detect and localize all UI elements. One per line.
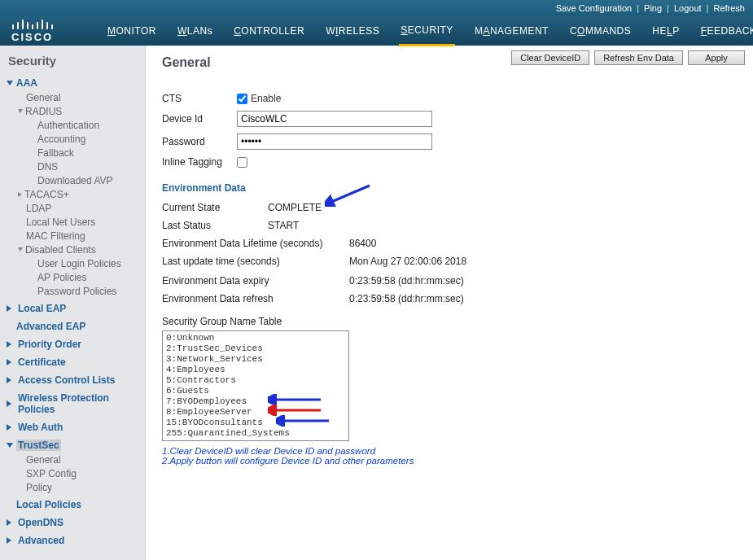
sidebar: Security AAA General RADIUS Authenticati… [0, 46, 146, 560]
sidebar-aaa-general[interactable]: General [26, 90, 145, 104]
sidebar-prio[interactable]: Priority Order [7, 337, 145, 352]
refresh-env-button[interactable]: Refresh Env Data [594, 50, 683, 65]
sidebar-aaa-tacacs[interactable]: TACACS+ [18, 187, 145, 201]
nav-security[interactable]: SECURITY [399, 16, 455, 46]
sidebar-wpp[interactable]: Wireless Protection Policies [7, 391, 145, 417]
sidebar-title: Security [8, 54, 145, 68]
nav-commands[interactable]: COMMANDS [568, 17, 633, 45]
inline-tag-checkbox[interactable] [237, 157, 247, 168]
svg-text:CISCO: CISCO [11, 31, 53, 43]
sidebar-radius-acct[interactable]: Accounting [37, 132, 145, 146]
env-expiry-value: 0:23:59:58 (dd:hr:mm:sec) [349, 275, 464, 287]
sidebar-aaa-ldap[interactable]: LDAP [26, 201, 145, 215]
last-status-value: START [268, 220, 299, 231]
sgt-label: Security Group Name Table [162, 316, 745, 327]
footnotes: 1.Clear DeviceID will clear Device ID an… [162, 446, 745, 466]
nav-monitor[interactable]: MONITOR [106, 17, 158, 45]
sidebar-aaa-disabled[interactable]: Disabled Clients [18, 243, 145, 256]
sidebar-opendns[interactable]: OpenDNS [7, 515, 145, 530]
nav-help[interactable]: HELP [650, 17, 681, 45]
last-status-label: Last Status [162, 220, 268, 231]
cts-enable-text: Enable [251, 93, 281, 104]
sidebar-trustsec-sxp[interactable]: SXP Config [26, 466, 145, 480]
main-navbar: CISCO MONITOR WLANs CONTROLLER WIRELESS … [0, 16, 753, 46]
footnote-2: 2.Apply button will configure Device ID … [162, 456, 745, 466]
sidebar-advanced[interactable]: Advanced [7, 533, 145, 548]
current-state-value: COMPLETE [268, 202, 322, 213]
sidebar-disabled-ap[interactable]: AP Policies [37, 270, 145, 284]
sidebar-aaa-lnu[interactable]: Local Net Users [26, 215, 145, 229]
nav-wlans[interactable]: WLANs [176, 17, 214, 45]
current-state-label: Current State [162, 202, 268, 213]
sidebar-aaa[interactable]: AAA [7, 76, 145, 90]
env-refresh-value: 0:23:59:58 (dd:hr:mm:sec) [349, 293, 464, 304]
ping-link[interactable]: Ping [644, 3, 662, 13]
sgt-listbox[interactable]: 0:Unknown 2:TrustSec_Devices 3:Network_S… [162, 330, 349, 441]
env-expiry-label: Environment Data expiry [162, 275, 349, 287]
sidebar-radius-auth[interactable]: Authentication [37, 118, 145, 132]
sidebar-cert[interactable]: Certificate [7, 355, 145, 370]
env-lifetime-value: 86400 [349, 238, 376, 249]
last-update-label: Last update time (seconds) [162, 256, 349, 267]
sidebar-adveap[interactable]: Advanced EAP [7, 319, 145, 334]
cisco-logo: CISCO [8, 18, 73, 44]
sidebar-acl[interactable]: Access Control Lists [7, 373, 145, 387]
sidebar-webauth[interactable]: Web Auth [7, 420, 145, 435]
last-update-value: Mon Aug 27 02:00:06 2018 [349, 256, 466, 267]
clear-deviceid-button[interactable]: Clear DeviceID [511, 50, 589, 65]
logout-link[interactable]: Logout [674, 3, 702, 13]
env-refresh-label: Environment Data refresh [162, 293, 349, 304]
sidebar-radius-davp[interactable]: Downloaded AVP [37, 173, 145, 187]
nav-controller[interactable]: CONTROLLER [232, 17, 306, 45]
nav-feedback[interactable]: FEEDBACK [699, 17, 753, 45]
deviceid-input[interactable] [237, 111, 432, 127]
sidebar-localpol[interactable]: Local Policies [7, 497, 145, 512]
nav-management[interactable]: MANAGEMENT [473, 17, 550, 45]
cts-label: CTS [162, 93, 237, 104]
save-config-link[interactable]: Save Configuration [556, 3, 633, 13]
sidebar-localeap[interactable]: Local EAP [7, 301, 145, 316]
footnote-1: 1.Clear DeviceID will clear Device ID an… [162, 446, 745, 456]
env-lifetime-label: Environment Data Lifetime (seconds) [162, 238, 349, 249]
sidebar-disabled-pw[interactable]: Password Policies [37, 284, 145, 298]
content-area: Clear DeviceID Refresh Env Data Apply Ge… [146, 46, 753, 560]
sidebar-trustsec-general[interactable]: General [26, 453, 145, 466]
cts-enable-checkbox[interactable] [237, 94, 247, 104]
inline-tag-label: Inline Tagging [162, 156, 237, 168]
refresh-link[interactable]: Refresh [713, 3, 745, 13]
sidebar-trustsec[interactable]: TrustSec [7, 438, 145, 453]
deviceid-label: Device Id [162, 113, 237, 125]
sidebar-radius-fallback[interactable]: Fallback [37, 146, 145, 160]
sidebar-aaa-radius[interactable]: RADIUS [18, 104, 145, 118]
apply-button[interactable]: Apply [688, 50, 745, 65]
sidebar-aaa-mac[interactable]: MAC Filtering [26, 229, 145, 243]
env-data-header: Environment Data [162, 182, 745, 194]
password-input[interactable] [237, 133, 432, 150]
utility-bar: Save Configuration| Ping| Logout| Refres… [0, 0, 753, 16]
password-label: Password [162, 136, 237, 147]
sidebar-radius-dns[interactable]: DNS [37, 160, 145, 173]
sidebar-disabled-ulp[interactable]: User Login Policies [37, 256, 145, 270]
nav-wireless[interactable]: WIRELESS [324, 17, 381, 45]
sidebar-trustsec-policy[interactable]: Policy [26, 480, 145, 494]
